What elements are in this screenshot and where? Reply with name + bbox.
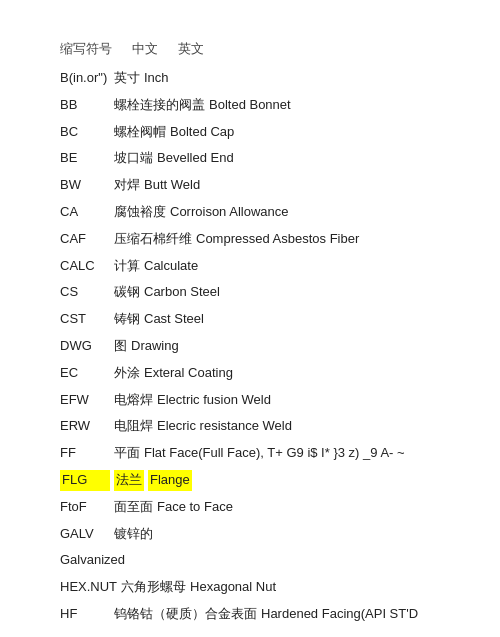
entry-abbr: EFW (60, 390, 110, 411)
entry-english: Exteral Coating (144, 363, 233, 384)
entry-chinese: 平面 (114, 443, 140, 464)
entry-chinese: 对焊 (114, 175, 140, 196)
header-abbr: 缩写符号 (60, 40, 112, 58)
entry-abbr: BC (60, 122, 110, 143)
list-item: ERW电阻焊Elecric resistance Weld (60, 416, 440, 437)
entry-chinese: 电熔焊 (114, 390, 153, 411)
entry-abbr: CST (60, 309, 110, 330)
entry-abbr: BW (60, 175, 110, 196)
entry-chinese: 螺栓阀帽 (114, 122, 166, 143)
list-item: HF钨铬钴（硬质）合金表面Hardened Facing(API ST'D (60, 604, 440, 625)
entry-english: Electric fusion Weld (157, 390, 271, 411)
list-item: DWG图Drawing (60, 336, 440, 357)
entry-chinese: 螺栓连接的阀盖 (114, 95, 205, 116)
entry-chinese: 法兰 (114, 470, 144, 491)
entry-abbr: EC (60, 363, 110, 384)
entry-chinese: 英寸 (114, 68, 140, 89)
entry-english: Butt Weld (144, 175, 200, 196)
entry-english: Inch (144, 68, 169, 89)
entry-chinese: 腐蚀裕度 (114, 202, 166, 223)
entry-english: Hardened Facing(API ST'D (261, 604, 418, 625)
entry-english: Elecric resistance Weld (157, 416, 292, 437)
entry-chinese: 钨铬钴（硬质）合金表面 (114, 604, 257, 625)
entry-english: Face to Face (157, 497, 233, 518)
entry-english: Bevelled End (157, 148, 234, 169)
entry-english: Cast Steel (144, 309, 204, 330)
list-item: FtoF面至面Face to Face (60, 497, 440, 518)
list-item: B(in.or")英寸Inch (60, 68, 440, 89)
entry-abbr: CS (60, 282, 110, 303)
entry-chinese: 计算 (114, 256, 140, 277)
entry-chinese: 镀锌的 (114, 524, 153, 545)
list-item: BE坡口端Bevelled End (60, 148, 440, 169)
list-item: EFW电熔焊Electric fusion Weld (60, 390, 440, 411)
entry-abbr: HF (60, 604, 110, 625)
entry-abbr: CA (60, 202, 110, 223)
list-item: CALC计算Calculate (60, 256, 440, 277)
entry-chinese: 外涂 (114, 363, 140, 384)
list-item: CST铸钢Cast Steel (60, 309, 440, 330)
entry-abbr: CAF (60, 229, 110, 250)
entry-abbr: ERW (60, 416, 110, 437)
header-english: 英文 (178, 40, 204, 58)
list-item: CS碳钢Carbon Steel (60, 282, 440, 303)
list-item: FF平面Flat Face(Full Face), T+ G9 i$ I* }3… (60, 443, 440, 464)
entry-chinese: 压缩石棉纤维 (114, 229, 192, 250)
entry-abbr: BB (60, 95, 110, 116)
entry-english: Calculate (144, 256, 198, 277)
entry-chinese: 坡口端 (114, 148, 153, 169)
entry-chinese: 碳钢 (114, 282, 140, 303)
entry-english: Carbon Steel (144, 282, 220, 303)
list-item: BB螺栓连接的阀盖Bolted Bonnet (60, 95, 440, 116)
list-item: HEX.NUT六角形螺母Hexagonal Nut (60, 577, 440, 598)
entry-abbr: B(in.or") (60, 68, 110, 89)
entry-english: Bolted Cap (170, 122, 234, 143)
entry-abbr: HEX.NUT (60, 577, 117, 598)
entry-abbr: DWG (60, 336, 110, 357)
list-item: EC外涂Exteral Coating (60, 363, 440, 384)
header-chinese: 中文 (132, 40, 158, 58)
entry-english: Corroison Allowance (170, 202, 289, 223)
entry-english: Drawing (131, 336, 179, 357)
entry-abbr: Galvanized (60, 550, 125, 571)
entry-abbr: FtoF (60, 497, 110, 518)
table-header: 缩写符号 中文 英文 (60, 40, 440, 58)
list-item: Galvanized (60, 550, 440, 571)
entry-english: Flange (148, 470, 192, 491)
list-item: GALV镀锌的 (60, 524, 440, 545)
entry-abbr: GALV (60, 524, 110, 545)
list-item: BC螺栓阀帽Bolted Cap (60, 122, 440, 143)
entry-english: Hexagonal Nut (190, 577, 276, 598)
entry-english: Flat Face(Full Face), T+ G9 i$ I* }3 z) … (144, 443, 405, 464)
entry-chinese: 六角形螺母 (121, 577, 186, 598)
list-item: CAF压缩石棉纤维Compressed Asbestos Fiber (60, 229, 440, 250)
entry-chinese: 电阻焊 (114, 416, 153, 437)
entries-list: B(in.or")英寸InchBB螺栓连接的阀盖Bolted BonnetBC螺… (60, 68, 440, 625)
entry-english: Compressed Asbestos Fiber (196, 229, 359, 250)
list-item: CA腐蚀裕度Corroison Allowance (60, 202, 440, 223)
list-item: BW对焊Butt Weld (60, 175, 440, 196)
entry-chinese: 铸钢 (114, 309, 140, 330)
entry-chinese: 面至面 (114, 497, 153, 518)
entry-abbr: FLG (60, 470, 110, 491)
entry-english: Bolted Bonnet (209, 95, 291, 116)
entry-abbr: BE (60, 148, 110, 169)
list-item: FLG法兰Flange (60, 470, 440, 491)
entry-abbr: CALC (60, 256, 110, 277)
entry-chinese: 图 (114, 336, 127, 357)
entry-abbr: FF (60, 443, 110, 464)
